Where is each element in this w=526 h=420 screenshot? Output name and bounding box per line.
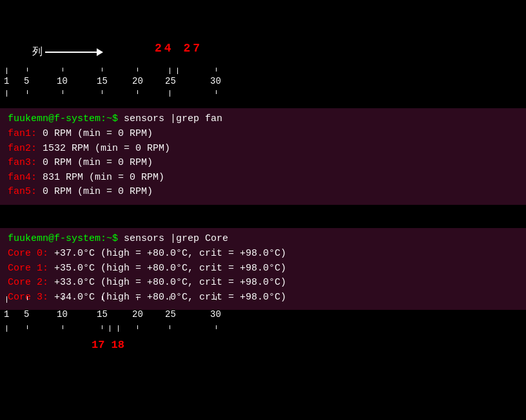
core1-value: +35.0°C (high = +80.0°C, crit = +98.0°C) — [48, 263, 286, 274]
tick-10 — [63, 68, 63, 72]
tick2-15 — [102, 90, 102, 94]
num-1: 1 — [4, 76, 9, 86]
num-25: 25 — [165, 76, 176, 86]
bnum-25: 25 — [165, 309, 176, 320]
bnum-30: 30 — [210, 309, 221, 320]
bnum-5: 5 — [24, 309, 29, 320]
tick2-10 — [63, 90, 63, 94]
bnum-20: 20 — [132, 309, 143, 320]
btick-30 — [216, 296, 217, 300]
btick2-30 — [216, 325, 217, 329]
btick2-1 — [6, 325, 7, 332]
btick-1 — [6, 296, 7, 303]
btick2-17 — [110, 325, 110, 332]
middle-gap — [0, 216, 526, 228]
core2-line: Core 2: +33.0°C (high = +80.0°C, crit = … — [8, 276, 518, 291]
core0-label: Core 0: — [8, 248, 48, 259]
fan2-label: fan2: — [8, 143, 37, 154]
btick-5 — [27, 296, 28, 300]
tick-25 — [170, 68, 170, 74]
num-10: 10 — [57, 76, 68, 86]
top-prompt-cmd: sensors |grep fan — [118, 113, 222, 124]
core1-label: Core 1: — [8, 263, 48, 274]
tick2-30 — [216, 90, 217, 94]
fan1-value: 0 RPM (min = 0 RPM) — [37, 128, 153, 139]
num-15: 15 — [97, 76, 108, 86]
fan4-value: 831 RPM (min = 0 RPM) — [37, 172, 164, 183]
tick-1 — [6, 68, 7, 74]
fan3-value: 0 RPM (min = 0 RPM) — [37, 157, 153, 168]
top-prompt-line: fuukemn@f-system:~$ sensors |grep fan — [8, 113, 518, 124]
bnum-15: 15 — [97, 309, 108, 320]
top-prompt-user: fuukemn@f-system:~$ — [8, 113, 118, 124]
top-ruler-numbers: 1 5 10 15 20 25 30 — [0, 76, 526, 90]
bottom-highlighted-numbers: 17 18 — [92, 339, 526, 351]
tick2-25 — [170, 90, 170, 97]
column-arrow: 列 — [32, 45, 103, 59]
arrow — [45, 48, 103, 56]
fan5-label: fan5: — [8, 186, 37, 197]
bnum-10: 10 — [57, 309, 68, 320]
fan3-line: fan3: 0 RPM (min = 0 RPM) — [8, 156, 518, 171]
tick-30 — [216, 68, 217, 72]
top-ruler-area: 列 24 27 1 5 10 15 20 25 30 — [0, 39, 526, 110]
bottom-ruler-area: 1 5 10 15 20 25 30 17 18 — [0, 296, 526, 346]
btick2-15 — [102, 325, 102, 329]
fan2-line: fan2: 1532 RPM (min = 0 RPM) — [8, 142, 518, 157]
btick2-20 — [137, 325, 138, 329]
btick2-18 — [118, 325, 119, 332]
fan5-value: 0 RPM (min = 0 RPM) — [37, 186, 153, 197]
bottom-tick-marks-2 — [0, 325, 526, 337]
core2-label: Core 2: — [8, 277, 48, 288]
bottom-prompt-user: fuukemn@f-system:~$ — [8, 233, 118, 244]
bottom-tick-marks-1 — [0, 296, 526, 308]
fan1-line: fan1: 0 RPM (min = 0 RPM) — [8, 127, 518, 142]
core1-line: Core 1: +35.0°C (high = +80.0°C, crit = … — [8, 262, 518, 276]
tick2-20 — [137, 90, 138, 94]
fan1-label: fan1: — [8, 128, 37, 139]
num-20: 20 — [132, 76, 143, 86]
top-tick-marks-2 — [0, 90, 526, 102]
fan2-value: 1532 RPM (min = 0 RPM) — [37, 143, 170, 154]
btick-20 — [137, 296, 138, 300]
top-terminal: fuukemn@f-system:~$ sensors |grep fan fa… — [0, 108, 526, 205]
btick2-10 — [63, 325, 63, 329]
tick2-1 — [6, 90, 7, 97]
bottom-prompt-cmd: sensors |grep Core — [118, 233, 228, 244]
btick2-25 — [170, 325, 170, 329]
num-5: 5 — [24, 76, 29, 86]
core0-line: Core 0: +37.0°C (high = +80.0°C, crit = … — [8, 247, 518, 262]
bnum-1: 1 — [4, 309, 9, 320]
num-30: 30 — [210, 76, 221, 86]
btick2-5 — [27, 325, 28, 329]
tick-20 — [137, 68, 138, 72]
tick2-5 — [27, 90, 28, 94]
btick-15 — [102, 296, 102, 300]
btick-10 — [63, 296, 63, 300]
column-label-jp: 列 — [32, 45, 43, 59]
fan3-label: fan3: — [8, 157, 37, 168]
bottom-prompt-line: fuukemn@f-system:~$ sensors |grep Core — [8, 233, 518, 244]
btick-25 — [170, 296, 170, 300]
core0-value: +37.0°C (high = +80.0°C, crit = +98.0°C) — [48, 248, 286, 259]
top-highlighted-numbers: 24 27 — [155, 42, 202, 55]
core2-value: +33.0°C (high = +80.0°C, crit = +98.0°C) — [48, 277, 286, 288]
bottom-ruler-numbers: 1 5 10 15 20 25 30 — [0, 309, 526, 323]
tick-5 — [27, 68, 28, 72]
tick-27 — [177, 68, 178, 74]
fan4-label: fan4: — [8, 172, 37, 183]
tick-15 — [102, 68, 102, 72]
fan5-line: fan5: 0 RPM (min = 0 RPM) — [8, 185, 518, 200]
fan4-line: fan4: 831 RPM (min = 0 RPM) — [8, 171, 518, 186]
